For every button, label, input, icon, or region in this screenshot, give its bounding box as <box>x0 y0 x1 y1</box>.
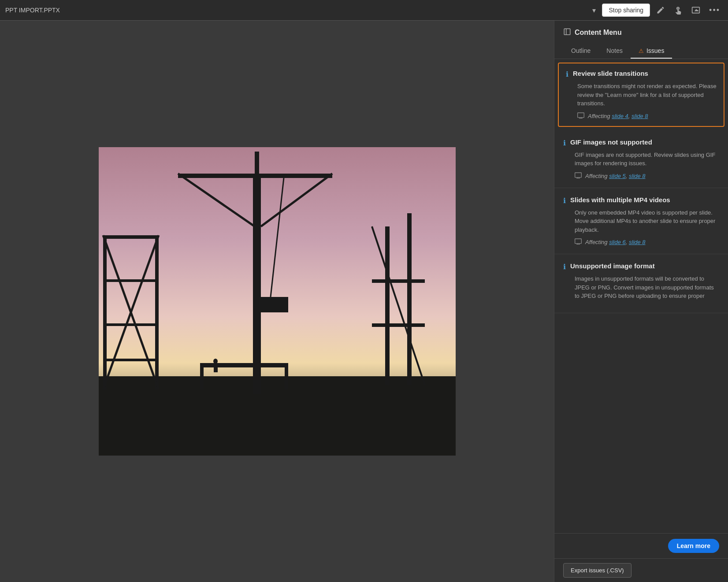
svg-rect-19 <box>200 363 288 367</box>
issue-title-row-1: ℹ Review slide transitions <box>566 70 717 78</box>
issue-title-1: Review slide transitions <box>573 70 648 77</box>
issue-title-2: GIF images not supported <box>570 138 652 146</box>
svg-rect-13 <box>257 297 288 312</box>
issue-review-transitions: ℹ Review slide transitions Some transiti… <box>558 63 724 127</box>
content-menu-icon <box>563 28 571 37</box>
info-icon-3: ℹ <box>563 196 566 205</box>
main-content: Content Menu Outline Notes ⚠ Issues <box>0 21 728 582</box>
svg-line-5 <box>103 235 159 389</box>
affecting-text-2: Affecting slide 5, slide 8 <box>585 173 646 179</box>
svg-line-6 <box>103 235 159 389</box>
svg-rect-3 <box>103 235 156 239</box>
svg-line-25 <box>178 174 255 226</box>
top-bar-left: PPT IMPORT.PPTX <box>5 7 60 14</box>
panel-title-row: Content Menu <box>563 28 719 37</box>
svg-rect-10 <box>253 174 261 394</box>
slide-preview <box>99 147 456 456</box>
issue-desc-3: Only one embedded MP4 video is supported… <box>575 208 719 234</box>
right-panel: Content Menu Outline Notes ⚠ Issues <box>554 21 728 582</box>
svg-rect-33 <box>575 173 582 178</box>
svg-line-18 <box>372 226 425 385</box>
svg-rect-14 <box>385 226 390 385</box>
issues-warning-icon: ⚠ <box>639 48 644 54</box>
slide-icon-3 <box>575 238 582 246</box>
issue-gif-not-supported: ℹ GIF images not supported GIF images ar… <box>554 130 728 188</box>
slide-icon-1 <box>577 112 584 120</box>
chevron-down-button[interactable]: ▾ <box>590 4 598 16</box>
tab-issues[interactable]: ⚠ Issues <box>631 44 672 59</box>
slide-area <box>0 21 554 582</box>
svg-rect-4 <box>155 235 159 389</box>
svg-line-12 <box>271 178 284 297</box>
svg-rect-7 <box>103 279 159 282</box>
issue-desc-1: Some transitions might not render as exp… <box>577 82 717 108</box>
svg-rect-21 <box>285 363 288 389</box>
slide8-link-1[interactable]: slide 8 <box>631 113 648 119</box>
svg-rect-24 <box>255 152 259 176</box>
info-icon-1: ℹ <box>566 70 568 78</box>
svg-rect-11 <box>178 174 332 178</box>
slide5-link[interactable]: slide 5 <box>609 173 626 179</box>
svg-rect-0 <box>99 147 456 456</box>
issue-mp4-videos: ℹ Slides with multiple MP4 videos Only o… <box>554 188 728 255</box>
issue-title-row-3: ℹ Slides with multiple MP4 videos <box>563 196 719 205</box>
info-icon-2: ℹ <box>563 139 566 147</box>
slide-icon-2 <box>575 172 582 180</box>
panel-header: Content Menu Outline Notes ⚠ Issues <box>554 21 728 59</box>
svg-point-22 <box>213 359 218 364</box>
learn-more-button[interactable]: Learn more <box>668 539 719 553</box>
svg-rect-17 <box>372 323 425 327</box>
export-issues-button[interactable]: Export issues (.CSV) <box>563 563 631 578</box>
svg-rect-16 <box>372 279 425 283</box>
slide4-link[interactable]: slide 4 <box>612 113 628 119</box>
svg-rect-29 <box>578 113 584 118</box>
issue-affecting-3: Affecting slide 6, slide 8 <box>575 238 719 246</box>
issue-title-row-4: ℹ Unsupported image format <box>563 262 719 271</box>
slide8-link-3[interactable]: slide 8 <box>629 239 646 245</box>
issues-list: ℹ Review slide transitions Some transiti… <box>554 59 728 533</box>
present-button[interactable] <box>689 4 703 16</box>
svg-line-26 <box>261 174 332 226</box>
svg-rect-37 <box>575 239 582 244</box>
issue-affecting-2: Affecting slide 5, slide 8 <box>575 172 719 180</box>
tab-outline[interactable]: Outline <box>563 44 598 59</box>
more-options-button[interactable]: ••• <box>706 4 723 17</box>
info-icon-4: ℹ <box>563 263 566 271</box>
issue-unsupported-image: ℹ Unsupported image format Images in uns… <box>554 254 728 313</box>
issue-affecting-1: Affecting slide 4, slide 8 <box>577 112 717 120</box>
issue-title-3: Slides with multiple MP4 videos <box>570 196 670 204</box>
affecting-text-3: Affecting slide 6, slide 8 <box>585 239 646 245</box>
svg-rect-27 <box>564 29 570 35</box>
svg-rect-23 <box>214 363 218 372</box>
pencil-icon <box>656 6 665 15</box>
svg-rect-15 <box>407 213 412 385</box>
hand-icon <box>674 6 683 15</box>
file-title: PPT IMPORT.PPTX <box>5 7 60 14</box>
slide8-link-2[interactable]: slide 8 <box>629 173 646 179</box>
top-bar: PPT IMPORT.PPTX ▾ Stop sharing ••• <box>0 0 728 21</box>
issue-desc-2: GIF images are not supported. Review sli… <box>575 151 719 168</box>
svg-rect-20 <box>200 363 204 389</box>
footer-row: Export issues (.CSV) <box>554 558 728 582</box>
svg-rect-8 <box>103 323 159 326</box>
svg-rect-1 <box>99 376 456 456</box>
top-bar-right: ▾ Stop sharing ••• <box>590 4 723 17</box>
panel-tabs: Outline Notes ⚠ Issues <box>563 44 719 59</box>
issue-title-row-2: ℹ GIF images not supported <box>563 138 719 147</box>
edit-button[interactable] <box>654 4 668 16</box>
svg-rect-2 <box>103 235 107 389</box>
tab-notes[interactable]: Notes <box>598 44 631 59</box>
chevron-down-icon: ▾ <box>592 6 596 15</box>
issue-title-4: Unsupported image format <box>570 262 655 270</box>
screen-icon <box>691 6 700 15</box>
issue-desc-4: Images in unsupported formats will be co… <box>575 274 719 300</box>
more-options-icon: ••• <box>709 6 720 15</box>
pointer-button[interactable] <box>671 4 685 16</box>
slide-silhouette <box>99 147 456 456</box>
bottom-area: Learn more <box>554 533 728 558</box>
slide6-link[interactable]: slide 6 <box>609 239 626 245</box>
svg-rect-9 <box>103 359 159 361</box>
stop-sharing-button[interactable]: Stop sharing <box>602 4 650 17</box>
affecting-text-1: Affecting slide 4, slide 8 <box>588 113 648 119</box>
panel-title: Content Menu <box>575 29 622 37</box>
